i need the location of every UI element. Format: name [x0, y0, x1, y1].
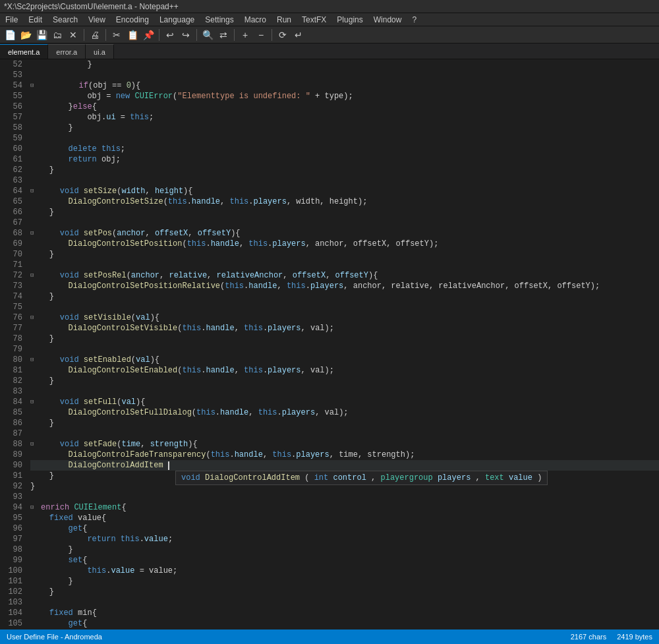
wrap-button[interactable]: ↵ [291, 28, 306, 42]
collapse-54[interactable]: ⊟ [30, 80, 41, 91]
code-line-61: return obj; [30, 154, 659, 165]
code-line-105: get{ [30, 618, 659, 629]
code-line-66: } [30, 207, 659, 218]
code-line-56: }else{ [30, 102, 659, 112]
menu-language[interactable]: Language [154, 13, 200, 26]
tab-ui[interactable]: ui.a [86, 44, 114, 59]
collapse-64[interactable]: ⊟ [30, 186, 41, 196]
code-line-74: } [30, 291, 659, 302]
code-line-100: this.value = value; [30, 566, 659, 576]
code-line-65: DialogControlSetSize(this.handle, this.p… [30, 196, 659, 207]
code-line-89: DialogControlFadeTransparency(this.handl… [30, 450, 659, 460]
code-line-73: DialogControlSetPositionRelative(this.ha… [30, 281, 659, 291]
open-button[interactable]: 📂 [18, 28, 33, 42]
menu-encoding[interactable]: Encoding [111, 13, 154, 26]
code-line-58: } [30, 123, 659, 133]
menu-run[interactable]: Run [272, 13, 297, 26]
line-numbers: 5253545556 5758596061 6263646566 6768697… [0, 59, 28, 629]
collapse-94[interactable]: ⊟ [30, 502, 41, 513]
collapse-88[interactable]: ⊟ [30, 439, 41, 450]
code-line-102: } [30, 587, 659, 597]
code-line-60: delete this; [30, 144, 659, 154]
separator-4 [196, 29, 197, 41]
separator-3 [159, 29, 159, 41]
code-line-78: } [30, 334, 659, 344]
find-button[interactable]: 🔍 [200, 28, 215, 42]
collapse-80[interactable]: ⊟ [30, 355, 41, 365]
editor-container: 5253545556 5758596061 6263646566 6768697… [0, 59, 659, 629]
code-line-85: DialogControlSetFullDialog(this.handle, … [30, 407, 659, 418]
tab-element[interactable]: element.a [0, 44, 48, 59]
code-line-88: ⊟ void setFade(time, strength){ [30, 439, 659, 450]
code-line-104: fixed min{ [30, 608, 659, 618]
code-line-67 [30, 218, 659, 228]
code-line-59 [30, 133, 659, 144]
code-line-55: obj = new CUIError("Elementtype is undef… [30, 91, 659, 102]
code-line-57: obj.ui = this; [30, 112, 659, 123]
cut-button[interactable]: ✂ [109, 28, 124, 42]
paste-button[interactable]: 📌 [141, 28, 156, 42]
menu-plugins[interactable]: Plugins [331, 13, 368, 26]
zoom-out-button[interactable]: − [254, 28, 268, 42]
zoom-in-button[interactable]: + [238, 28, 252, 42]
code-line-103 [30, 597, 659, 608]
new-button[interactable]: 📄 [3, 28, 17, 42]
toolbar: 📄 📂 💾 🗂 ✕ 🖨 ✂ 📋 📌 ↩ ↪ 🔍 ⇄ + − ⟳ ↵ [0, 26, 659, 44]
code-line-82: } [30, 376, 659, 386]
code-line-76: ⊟ void setVisible(val){ [30, 312, 659, 323]
menu-file[interactable]: File [0, 13, 23, 26]
menu-view[interactable]: View [83, 13, 111, 26]
menu-settings[interactable]: Settings [200, 13, 239, 26]
replace-button[interactable]: ⇄ [216, 28, 231, 42]
code-line-77: DialogControlSetVisible(this.handle, thi… [30, 323, 659, 334]
code-line-75 [30, 302, 659, 312]
save-all-button[interactable]: 🗂 [50, 28, 65, 42]
tab-error[interactable]: error.a [48, 44, 86, 59]
code-line-101: } [30, 576, 659, 587]
code-line-71 [30, 260, 659, 270]
menu-search[interactable]: Search [47, 13, 83, 26]
code-line-96: get{ [30, 523, 659, 534]
code-line-72: ⊟ void setPosRel(anchor, relative, relat… [30, 270, 659, 281]
print-button[interactable]: 🖨 [88, 28, 102, 42]
collapse-84[interactable]: ⊟ [30, 397, 41, 407]
code-line-80: ⊟ void setEnabled(val){ [30, 355, 659, 365]
separator-1 [84, 29, 84, 41]
autocomplete-popup[interactable]: void DialogControlAddItem ( int control … [175, 471, 548, 485]
menu-help[interactable]: ? [407, 13, 422, 26]
code-line-83 [30, 386, 659, 397]
tabs-bar: element.a error.a ui.a [0, 44, 659, 59]
code-line-86: } [30, 418, 659, 428]
title-text: *X:\Sc2projects\CustomUI\element.a - Not… [4, 2, 179, 11]
code-line-62: } [30, 165, 659, 175]
code-line-93 [30, 492, 659, 502]
code-line-81: DialogControlSetEnabled(this.handle, thi… [30, 365, 659, 376]
collapse-68[interactable]: ⊟ [30, 228, 41, 239]
code-line-97: return this.value; [30, 534, 659, 544]
code-line-68: ⊟ void setPos(anchor, offsetX, offsetY){ [30, 228, 659, 239]
collapse-76[interactable]: ⊟ [30, 312, 41, 323]
code-area[interactable]: } ⊟ if(obj == 0){ obj = new CUIError("El… [28, 59, 659, 629]
code-line-94: ⊟ enrich CUIElement{ [30, 502, 659, 513]
copy-button[interactable]: 📋 [125, 28, 140, 42]
code-line-95: fixed value{ [30, 513, 659, 523]
code-line-84: ⊟ void setFull(val){ [30, 397, 659, 407]
undo-button[interactable]: ↩ [163, 28, 177, 42]
redo-button[interactable]: ↪ [179, 28, 193, 42]
separator-6 [272, 29, 272, 41]
sync-button[interactable]: ⟳ [275, 28, 290, 42]
menu-window[interactable]: Window [368, 13, 407, 26]
menu-macro[interactable]: Macro [239, 13, 272, 26]
collapse-72[interactable]: ⊟ [30, 270, 41, 281]
close-button[interactable]: ✕ [66, 28, 80, 42]
menu-textfx[interactable]: TextFX [297, 13, 331, 26]
code-line-53 [30, 70, 659, 80]
code-line-79 [30, 344, 659, 355]
menu-edit[interactable]: Edit [23, 13, 47, 26]
save-button[interactable]: 💾 [34, 28, 49, 42]
code-line-64: ⊟ void setSize(width, height){ [30, 186, 659, 196]
menu-bar: File Edit Search View Encoding Language … [0, 13, 659, 26]
code-line-87 [30, 428, 659, 439]
cursor [168, 461, 169, 470]
code-line-70: } [30, 249, 659, 260]
